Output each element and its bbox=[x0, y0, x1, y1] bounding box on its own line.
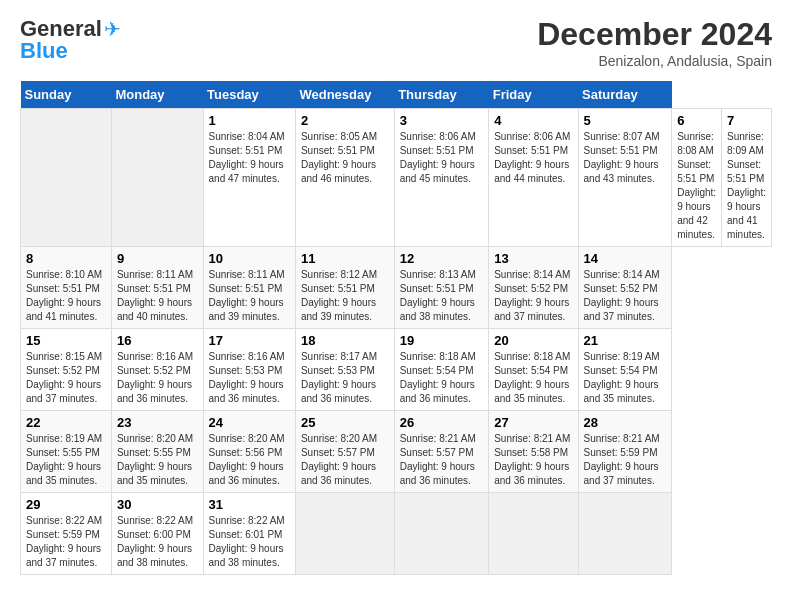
day-info: Sunrise: 8:16 AM Sunset: 5:53 PM Dayligh… bbox=[209, 350, 290, 406]
day-info: Sunrise: 8:12 AM Sunset: 5:51 PM Dayligh… bbox=[301, 268, 389, 324]
calendar-day-cell: 25Sunrise: 8:20 AM Sunset: 5:57 PM Dayli… bbox=[295, 411, 394, 493]
calendar-week-row: 15Sunrise: 8:15 AM Sunset: 5:52 PM Dayli… bbox=[21, 329, 772, 411]
calendar-day-cell: 12Sunrise: 8:13 AM Sunset: 5:51 PM Dayli… bbox=[394, 247, 489, 329]
day-number: 21 bbox=[584, 333, 667, 348]
day-number: 20 bbox=[494, 333, 572, 348]
calendar-title: December 2024 bbox=[537, 16, 772, 53]
day-info: Sunrise: 8:21 AM Sunset: 5:58 PM Dayligh… bbox=[494, 432, 572, 488]
day-number: 28 bbox=[584, 415, 667, 430]
day-info: Sunrise: 8:19 AM Sunset: 5:54 PM Dayligh… bbox=[584, 350, 667, 406]
calendar-day-cell: 26Sunrise: 8:21 AM Sunset: 5:57 PM Dayli… bbox=[394, 411, 489, 493]
day-number: 12 bbox=[400, 251, 484, 266]
calendar-body: 1Sunrise: 8:04 AM Sunset: 5:51 PM Daylig… bbox=[21, 109, 772, 575]
day-number: 9 bbox=[117, 251, 198, 266]
calendar-week-row: 22Sunrise: 8:19 AM Sunset: 5:55 PM Dayli… bbox=[21, 411, 772, 493]
day-header-sunday: Sunday bbox=[21, 81, 112, 109]
day-number: 27 bbox=[494, 415, 572, 430]
calendar-day-cell: 20Sunrise: 8:18 AM Sunset: 5:54 PM Dayli… bbox=[489, 329, 578, 411]
calendar-day-cell: 3Sunrise: 8:06 AM Sunset: 5:51 PM Daylig… bbox=[394, 109, 489, 247]
day-number: 16 bbox=[117, 333, 198, 348]
day-info: Sunrise: 8:14 AM Sunset: 5:52 PM Dayligh… bbox=[494, 268, 572, 324]
calendar-header-row: SundayMondayTuesdayWednesdayThursdayFrid… bbox=[21, 81, 772, 109]
day-info: Sunrise: 8:22 AM Sunset: 6:01 PM Dayligh… bbox=[209, 514, 290, 570]
day-info: Sunrise: 8:20 AM Sunset: 5:55 PM Dayligh… bbox=[117, 432, 198, 488]
calendar-day-cell: 11Sunrise: 8:12 AM Sunset: 5:51 PM Dayli… bbox=[295, 247, 394, 329]
day-info: Sunrise: 8:22 AM Sunset: 6:00 PM Dayligh… bbox=[117, 514, 198, 570]
calendar-day-cell: 17Sunrise: 8:16 AM Sunset: 5:53 PM Dayli… bbox=[203, 329, 295, 411]
day-number: 26 bbox=[400, 415, 484, 430]
calendar-empty-cell bbox=[394, 493, 489, 575]
day-number: 7 bbox=[727, 113, 766, 128]
day-info: Sunrise: 8:09 AM Sunset: 5:51 PM Dayligh… bbox=[727, 130, 766, 242]
day-number: 14 bbox=[584, 251, 667, 266]
calendar-day-cell: 19Sunrise: 8:18 AM Sunset: 5:54 PM Dayli… bbox=[394, 329, 489, 411]
day-number: 22 bbox=[26, 415, 106, 430]
calendar-empty-cell bbox=[21, 109, 112, 247]
day-info: Sunrise: 8:04 AM Sunset: 5:51 PM Dayligh… bbox=[209, 130, 290, 186]
day-info: Sunrise: 8:13 AM Sunset: 5:51 PM Dayligh… bbox=[400, 268, 484, 324]
calendar-empty-cell bbox=[489, 493, 578, 575]
day-number: 15 bbox=[26, 333, 106, 348]
calendar-day-cell: 14Sunrise: 8:14 AM Sunset: 5:52 PM Dayli… bbox=[578, 247, 672, 329]
day-number: 3 bbox=[400, 113, 484, 128]
day-info: Sunrise: 8:18 AM Sunset: 5:54 PM Dayligh… bbox=[494, 350, 572, 406]
day-info: Sunrise: 8:14 AM Sunset: 5:52 PM Dayligh… bbox=[584, 268, 667, 324]
day-number: 31 bbox=[209, 497, 290, 512]
day-info: Sunrise: 8:18 AM Sunset: 5:54 PM Dayligh… bbox=[400, 350, 484, 406]
calendar-subtitle: Benizalon, Andalusia, Spain bbox=[537, 53, 772, 69]
calendar-day-cell: 16Sunrise: 8:16 AM Sunset: 5:52 PM Dayli… bbox=[111, 329, 203, 411]
day-info: Sunrise: 8:20 AM Sunset: 5:56 PM Dayligh… bbox=[209, 432, 290, 488]
day-header-saturday: Saturday bbox=[578, 81, 672, 109]
day-number: 17 bbox=[209, 333, 290, 348]
calendar-day-cell: 24Sunrise: 8:20 AM Sunset: 5:56 PM Dayli… bbox=[203, 411, 295, 493]
day-info: Sunrise: 8:22 AM Sunset: 5:59 PM Dayligh… bbox=[26, 514, 106, 570]
day-number: 5 bbox=[584, 113, 667, 128]
day-header-tuesday: Tuesday bbox=[203, 81, 295, 109]
day-number: 4 bbox=[494, 113, 572, 128]
day-info: Sunrise: 8:07 AM Sunset: 5:51 PM Dayligh… bbox=[584, 130, 667, 186]
day-number: 6 bbox=[677, 113, 716, 128]
day-info: Sunrise: 8:20 AM Sunset: 5:57 PM Dayligh… bbox=[301, 432, 389, 488]
calendar-week-row: 8Sunrise: 8:10 AM Sunset: 5:51 PM Daylig… bbox=[21, 247, 772, 329]
day-info: Sunrise: 8:21 AM Sunset: 5:57 PM Dayligh… bbox=[400, 432, 484, 488]
calendar-week-row: 29Sunrise: 8:22 AM Sunset: 5:59 PM Dayli… bbox=[21, 493, 772, 575]
calendar-day-cell: 21Sunrise: 8:19 AM Sunset: 5:54 PM Dayli… bbox=[578, 329, 672, 411]
calendar-day-cell: 8Sunrise: 8:10 AM Sunset: 5:51 PM Daylig… bbox=[21, 247, 112, 329]
calendar-day-cell: 7Sunrise: 8:09 AM Sunset: 5:51 PM Daylig… bbox=[722, 109, 772, 247]
calendar-day-cell: 22Sunrise: 8:19 AM Sunset: 5:55 PM Dayli… bbox=[21, 411, 112, 493]
calendar-day-cell: 31Sunrise: 8:22 AM Sunset: 6:01 PM Dayli… bbox=[203, 493, 295, 575]
day-number: 2 bbox=[301, 113, 389, 128]
calendar-day-cell: 27Sunrise: 8:21 AM Sunset: 5:58 PM Dayli… bbox=[489, 411, 578, 493]
calendar-day-cell: 13Sunrise: 8:14 AM Sunset: 5:52 PM Dayli… bbox=[489, 247, 578, 329]
page: General ✈ Blue December 2024 Benizalon, … bbox=[0, 0, 792, 585]
day-number: 8 bbox=[26, 251, 106, 266]
calendar-day-cell: 10Sunrise: 8:11 AM Sunset: 5:51 PM Dayli… bbox=[203, 247, 295, 329]
calendar-day-cell: 29Sunrise: 8:22 AM Sunset: 5:59 PM Dayli… bbox=[21, 493, 112, 575]
calendar-day-cell: 5Sunrise: 8:07 AM Sunset: 5:51 PM Daylig… bbox=[578, 109, 672, 247]
day-info: Sunrise: 8:08 AM Sunset: 5:51 PM Dayligh… bbox=[677, 130, 716, 242]
day-info: Sunrise: 8:21 AM Sunset: 5:59 PM Dayligh… bbox=[584, 432, 667, 488]
header: General ✈ Blue December 2024 Benizalon, … bbox=[20, 16, 772, 69]
day-header-monday: Monday bbox=[111, 81, 203, 109]
calendar-day-cell: 28Sunrise: 8:21 AM Sunset: 5:59 PM Dayli… bbox=[578, 411, 672, 493]
calendar-table: SundayMondayTuesdayWednesdayThursdayFrid… bbox=[20, 81, 772, 575]
calendar-day-cell: 1Sunrise: 8:04 AM Sunset: 5:51 PM Daylig… bbox=[203, 109, 295, 247]
logo-blue: Blue bbox=[20, 38, 68, 64]
calendar-empty-cell bbox=[295, 493, 394, 575]
day-number: 30 bbox=[117, 497, 198, 512]
calendar-day-cell: 6Sunrise: 8:08 AM Sunset: 5:51 PM Daylig… bbox=[672, 109, 722, 247]
calendar-day-cell: 15Sunrise: 8:15 AM Sunset: 5:52 PM Dayli… bbox=[21, 329, 112, 411]
day-number: 25 bbox=[301, 415, 389, 430]
calendar-day-cell: 9Sunrise: 8:11 AM Sunset: 5:51 PM Daylig… bbox=[111, 247, 203, 329]
day-number: 24 bbox=[209, 415, 290, 430]
day-header-wednesday: Wednesday bbox=[295, 81, 394, 109]
calendar-empty-cell bbox=[111, 109, 203, 247]
day-info: Sunrise: 8:05 AM Sunset: 5:51 PM Dayligh… bbox=[301, 130, 389, 186]
day-info: Sunrise: 8:19 AM Sunset: 5:55 PM Dayligh… bbox=[26, 432, 106, 488]
title-block: December 2024 Benizalon, Andalusia, Spai… bbox=[537, 16, 772, 69]
day-info: Sunrise: 8:17 AM Sunset: 5:53 PM Dayligh… bbox=[301, 350, 389, 406]
logo-bird-icon: ✈ bbox=[104, 17, 121, 41]
calendar-day-cell: 30Sunrise: 8:22 AM Sunset: 6:00 PM Dayli… bbox=[111, 493, 203, 575]
calendar-day-cell: 18Sunrise: 8:17 AM Sunset: 5:53 PM Dayli… bbox=[295, 329, 394, 411]
day-info: Sunrise: 8:10 AM Sunset: 5:51 PM Dayligh… bbox=[26, 268, 106, 324]
